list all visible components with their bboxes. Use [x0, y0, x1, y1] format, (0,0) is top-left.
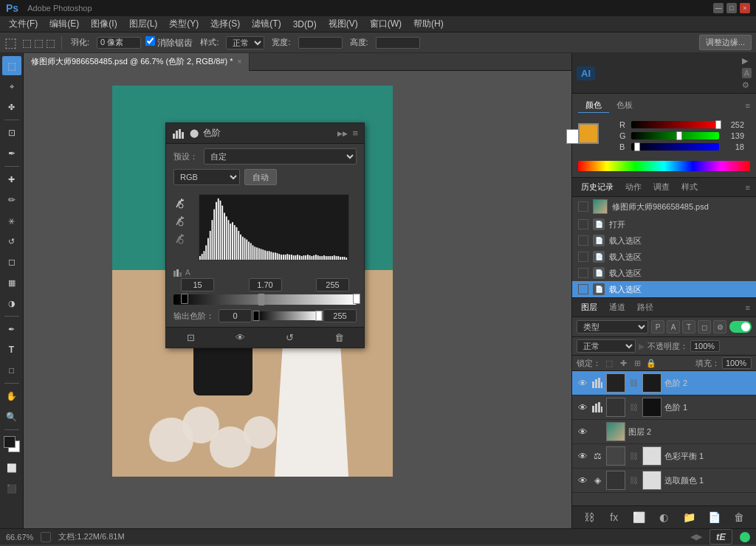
- output-gradient-slider[interactable]: [256, 311, 319, 320]
- history-item-3[interactable]: 📄 载入选区: [572, 249, 756, 265]
- heal-tool[interactable]: ✚: [2, 170, 21, 189]
- layer-item-4[interactable]: 👁 ◈ ⛓ 选取颜色 1: [572, 469, 756, 493]
- menu-view[interactable]: 视图(V): [323, 16, 364, 32]
- layer-vis-0[interactable]: 👁: [577, 377, 588, 389]
- layer-type-filter[interactable]: 类型: [577, 320, 648, 334]
- r-thumb[interactable]: [715, 120, 721, 129]
- input-black-level[interactable]: [181, 278, 214, 291]
- width-input[interactable]: [298, 37, 343, 49]
- panel-toggle-3[interactable]: ⚙: [742, 80, 752, 90]
- panel-toggle-1[interactable]: ▶: [742, 56, 752, 66]
- shape-tool[interactable]: □: [2, 361, 21, 380]
- tab-paths[interactable]: 路径: [634, 301, 656, 314]
- eraser-tool[interactable]: ◻: [2, 252, 21, 272]
- filter-shape[interactable]: ◻: [698, 320, 711, 334]
- filter-toggle[interactable]: [729, 321, 752, 333]
- white-point-handle[interactable]: [353, 294, 360, 304]
- canvas-tab-close[interactable]: ×: [237, 58, 241, 66]
- lock-artboard-icon[interactable]: ⊞: [631, 357, 643, 369]
- pen-tool[interactable]: ✒: [2, 319, 21, 339]
- white-point-eyedropper[interactable]: [173, 232, 187, 246]
- layers-panel-menu[interactable]: ≡: [746, 303, 750, 312]
- layer-mode-select[interactable]: 正常: [577, 339, 636, 353]
- menu-filter[interactable]: 滤镜(T): [246, 16, 286, 32]
- menu-help[interactable]: 帮助(H): [408, 16, 450, 32]
- history-item-4[interactable]: 📄 载入选区: [572, 265, 756, 281]
- output-black-handle[interactable]: [253, 311, 260, 321]
- clip-to-layer-btn[interactable]: ⊡: [182, 329, 199, 346]
- black-point-eyedropper[interactable]: [173, 197, 187, 210]
- layer-item-3[interactable]: 👁 ⚖ ⛓ 色彩平衡 1: [572, 444, 756, 469]
- history-item-0[interactable]: 修图师大师986658485.psd: [572, 197, 756, 216]
- g-thumb[interactable]: [676, 131, 682, 140]
- crop-tool[interactable]: ⊡: [2, 123, 21, 142]
- history-panel-menu[interactable]: ≡: [746, 183, 750, 192]
- input-levels-slider[interactable]: [173, 294, 357, 305]
- new-fill-btn[interactable]: ◐: [656, 509, 672, 525]
- eyedropper-tool[interactable]: ✒: [2, 144, 21, 163]
- link-layers-btn[interactable]: ⛓: [581, 509, 597, 525]
- history-item-5[interactable]: 📄 载入选区: [572, 281, 756, 297]
- g-slider[interactable]: [631, 132, 719, 139]
- layer-vis-3[interactable]: 👁: [577, 450, 588, 462]
- visibility-btn[interactable]: 👁: [231, 329, 250, 346]
- b-thumb[interactable]: [634, 142, 640, 151]
- history-item-1[interactable]: 📄 打开: [572, 216, 756, 232]
- input-white-level[interactable]: [316, 278, 349, 291]
- layer-vis-4[interactable]: 👁: [577, 474, 588, 486]
- midpoint-handle[interactable]: [258, 294, 265, 305]
- gray-point-eyedropper[interactable]: [173, 215, 187, 228]
- canvas-tab-main[interactable]: 修图师大师986658485.psd @ 66.7% (色阶 2, RGB/8#…: [24, 53, 250, 71]
- reset-btn[interactable]: ↺: [281, 329, 298, 346]
- clone-tool[interactable]: ⚹: [2, 211, 21, 230]
- tab-color[interactable]: 颜色: [578, 98, 609, 113]
- menu-3d[interactable]: 3D(D): [287, 18, 323, 31]
- lasso-tool[interactable]: ⌖: [2, 77, 21, 96]
- screen-mode-btn[interactable]: ⬛: [2, 479, 21, 498]
- ai-label[interactable]: AI: [577, 66, 595, 80]
- output-white-handle[interactable]: [316, 311, 323, 321]
- text-tool[interactable]: T: [2, 340, 21, 359]
- lock-all-icon[interactable]: 🔒: [645, 357, 657, 369]
- foreground-color-swatch[interactable]: [4, 436, 16, 448]
- close-button[interactable]: ×: [740, 3, 750, 13]
- add-mask-btn[interactable]: ⬜: [631, 509, 647, 525]
- b-slider[interactable]: [631, 143, 719, 151]
- layer-vis-2[interactable]: 👁: [577, 426, 588, 438]
- new-group-btn[interactable]: 📁: [681, 509, 697, 525]
- menu-select[interactable]: 选择(S): [205, 16, 246, 32]
- tab-layers[interactable]: 图层: [578, 301, 600, 314]
- input-mid-level[interactable]: [249, 278, 282, 291]
- foreground-background-colors[interactable]: [4, 436, 20, 452]
- fg-color-swatch[interactable]: [578, 123, 599, 144]
- tab-channels[interactable]: 通道: [606, 301, 628, 314]
- status-arrows[interactable]: ◀▶: [690, 532, 702, 542]
- preset-select[interactable]: 自定: [204, 148, 357, 165]
- filter-smart[interactable]: ⚙: [713, 320, 726, 334]
- zoom-tool[interactable]: 🔍: [2, 407, 21, 426]
- layer-vis-1[interactable]: 👁: [577, 401, 588, 413]
- feather-input[interactable]: [97, 37, 141, 49]
- marquee-tool[interactable]: ⬚: [2, 56, 21, 75]
- brush-tool[interactable]: ✏: [2, 190, 21, 210]
- hand-tool[interactable]: ✋: [2, 387, 21, 406]
- gradient-tool[interactable]: ▦: [2, 273, 21, 292]
- delete-layer-btn[interactable]: 🗑: [731, 509, 747, 525]
- layer-item-1[interactable]: 👁 ⛓ 色阶 1: [572, 395, 756, 420]
- tab-actions[interactable]: 动作: [622, 181, 645, 193]
- panel-expand-icon[interactable]: ▶▶: [337, 130, 348, 137]
- output-black[interactable]: [219, 309, 252, 322]
- height-input[interactable]: [376, 37, 420, 49]
- tab-survey[interactable]: 调查: [650, 181, 673, 193]
- maximize-button[interactable]: □: [726, 3, 737, 13]
- menu-file[interactable]: 文件(F): [3, 16, 44, 32]
- quick-select-tool[interactable]: ✤: [2, 97, 21, 117]
- delete-btn[interactable]: 🗑: [330, 329, 348, 346]
- black-point-handle[interactable]: [181, 294, 188, 304]
- opacity-input[interactable]: [690, 340, 720, 352]
- r-slider[interactable]: [631, 121, 719, 128]
- tab-swatches[interactable]: 色板: [609, 98, 640, 113]
- lock-pixel-icon[interactable]: ⬚: [603, 357, 615, 369]
- menu-edit[interactable]: 编辑(E): [44, 16, 85, 32]
- menu-type[interactable]: 类型(Y): [163, 16, 205, 32]
